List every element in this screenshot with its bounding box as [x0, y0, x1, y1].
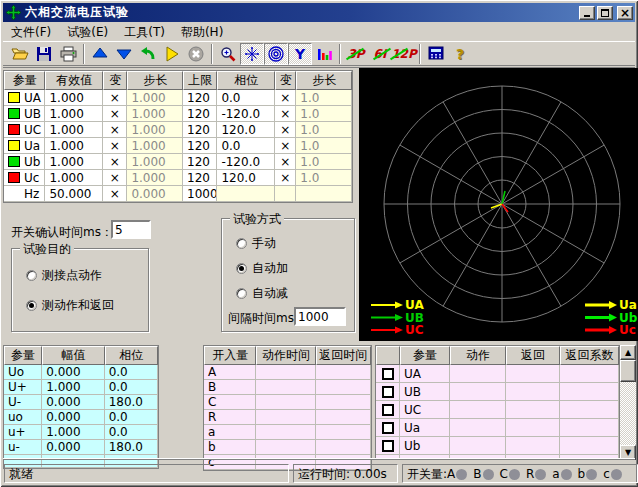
vector-y-button[interactable]: Y: [288, 43, 312, 65]
radio-action-return[interactable]: 测动作和返回: [26, 297, 114, 314]
limit-cell[interactable]: 120: [183, 90, 217, 106]
checkbox[interactable]: [382, 368, 394, 380]
step-cell[interactable]: 1.000: [127, 106, 183, 122]
var-cell[interactable]: ×: [103, 186, 127, 202]
step-cell[interactable]: 1.000: [127, 138, 183, 154]
rms-cell[interactable]: 1.000: [45, 154, 103, 170]
rms-cell[interactable]: 1.000: [45, 138, 103, 154]
checkbox[interactable]: [382, 422, 394, 434]
phase-cell[interactable]: 0.0: [217, 90, 275, 106]
maximize-button[interactable]: [597, 6, 613, 20]
legend-label-UC: UC: [405, 323, 424, 337]
var-cell[interactable]: ×: [103, 138, 127, 154]
limit-cell[interactable]: 120: [183, 106, 217, 122]
mode-6i-button[interactable]: 6I: [368, 43, 392, 65]
start-test-button[interactable]: [160, 43, 184, 65]
rms-cell[interactable]: 1.000: [45, 106, 103, 122]
limit-cell[interactable]: 120: [183, 154, 217, 170]
scroll-up-button[interactable]: ▲: [620, 345, 636, 360]
var2-cell[interactable]: ×: [275, 122, 296, 138]
menu-help[interactable]: 帮助(H): [173, 23, 231, 42]
minimize-icon: [584, 15, 590, 17]
limit-cell[interactable]: 120: [183, 170, 217, 186]
phase-cell[interactable]: [217, 186, 275, 202]
var2-cell[interactable]: [275, 186, 296, 202]
var2-cell[interactable]: ×: [275, 138, 296, 154]
phase-cell[interactable]: 0.0: [217, 138, 275, 154]
limit-cell[interactable]: 1000: [183, 186, 217, 202]
phase-cell[interactable]: 120.0: [217, 170, 275, 186]
bar-chart-button[interactable]: [312, 43, 336, 65]
stop-test-button[interactable]: [184, 43, 208, 65]
mode-3p-button[interactable]: 3P: [344, 43, 368, 65]
phasor-star-button[interactable]: [240, 43, 264, 65]
phase-cell[interactable]: 120.0: [217, 122, 275, 138]
result-table-scrollbar[interactable]: ▲ ▼: [620, 345, 636, 460]
step-down-button[interactable]: [112, 43, 136, 65]
rms-cell[interactable]: 1.000: [45, 90, 103, 106]
rms-cell[interactable]: 1.000: [45, 122, 103, 138]
mode-12p-button[interactable]: 12P: [392, 43, 416, 65]
checkbox[interactable]: [382, 404, 394, 416]
col-header-rms: 有效值: [45, 71, 103, 90]
calculator-button[interactable]: [424, 43, 448, 65]
step-up-button[interactable]: [88, 43, 112, 65]
radio-auto-decrease[interactable]: 自动减: [236, 285, 288, 302]
menu-tools[interactable]: 工具(T): [116, 23, 173, 42]
rms-cell[interactable]: 50.000: [45, 186, 103, 202]
save-file-button[interactable]: [32, 43, 56, 65]
var2-cell[interactable]: ×: [275, 106, 296, 122]
menu-test[interactable]: 试验(E): [59, 23, 116, 42]
var2-cell[interactable]: ×: [275, 170, 296, 186]
close-button[interactable]: ×: [617, 6, 633, 20]
di-action-time: [256, 395, 315, 410]
var-cell[interactable]: ×: [103, 170, 127, 186]
undo-button[interactable]: [136, 43, 160, 65]
rms-cell[interactable]: 1.000: [45, 170, 103, 186]
var2-cell[interactable]: ×: [275, 154, 296, 170]
minimize-button[interactable]: [579, 6, 595, 20]
step2-cell[interactable]: 1.0: [296, 170, 352, 186]
radio-auto-increase[interactable]: 自动加: [236, 260, 288, 277]
step-cell[interactable]: 0.000: [127, 186, 183, 202]
switch-B-label: B: [473, 467, 481, 481]
var-cell[interactable]: ×: [103, 154, 127, 170]
var-cell[interactable]: ×: [103, 106, 127, 122]
open-file-button[interactable]: [8, 43, 32, 65]
step2-cell[interactable]: 1.0: [296, 154, 352, 170]
menu-file[interactable]: 文件(F): [3, 23, 59, 42]
titlebar: 六相交流电压试验 ×: [3, 3, 635, 22]
print-button[interactable]: [56, 43, 80, 65]
step2-cell[interactable]: [296, 186, 352, 202]
phase-cell[interactable]: -120.0: [217, 154, 275, 170]
trace-circles-button[interactable]: [264, 43, 288, 65]
step2-cell[interactable]: 1.0: [296, 90, 352, 106]
scroll-down-button[interactable]: ▼: [620, 445, 636, 460]
step2-cell[interactable]: 1.0: [296, 122, 352, 138]
step-cell[interactable]: 1.000: [127, 154, 183, 170]
scroll-thumb[interactable]: [620, 360, 636, 382]
limit-cell[interactable]: 120: [183, 138, 217, 154]
step-cell[interactable]: 1.000: [127, 170, 183, 186]
radio-contact-action[interactable]: 测接点动作: [26, 267, 102, 284]
switch-confirm-input[interactable]: [111, 220, 151, 239]
print-icon: [60, 46, 77, 62]
step2-cell[interactable]: 1.0: [296, 106, 352, 122]
help-button[interactable]: ?: [448, 43, 472, 65]
stop-test-icon: [188, 46, 204, 62]
var2-cell[interactable]: ×: [275, 90, 296, 106]
zoom-button[interactable]: [216, 43, 240, 65]
step-cell[interactable]: 1.000: [127, 122, 183, 138]
limit-cell[interactable]: 120: [183, 122, 217, 138]
interval-input[interactable]: [294, 307, 346, 326]
checkbox[interactable]: [382, 386, 394, 398]
checkbox[interactable]: [382, 440, 394, 452]
radio-manual[interactable]: 手动: [236, 235, 276, 252]
step2-cell[interactable]: 1.0: [296, 138, 352, 154]
var-cell[interactable]: ×: [103, 122, 127, 138]
param-name: UC: [24, 123, 41, 137]
step-cell[interactable]: 1.000: [127, 90, 183, 106]
var-cell[interactable]: ×: [103, 90, 127, 106]
param-name: Ua: [24, 139, 40, 153]
phase-cell[interactable]: -120.0: [217, 106, 275, 122]
